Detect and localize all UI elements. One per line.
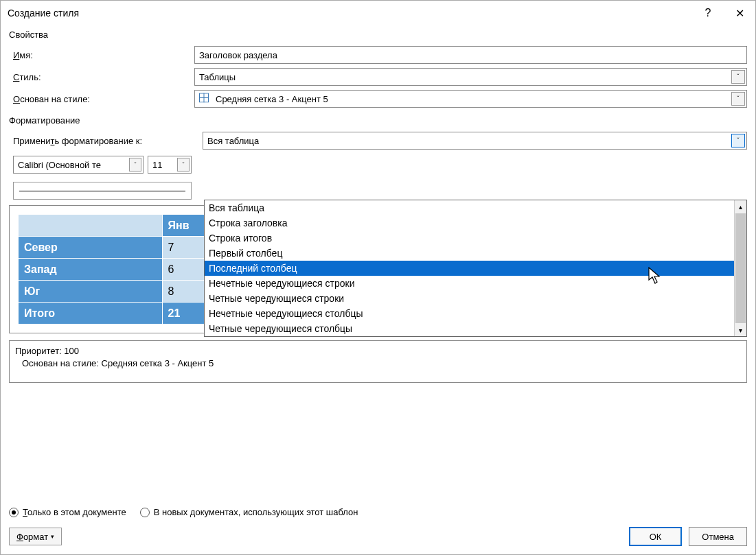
name-label: Имя: — [9, 50, 194, 60]
style-label: Стиль: — [9, 72, 194, 82]
chevron-down-icon: ˇ — [731, 134, 745, 147]
style-combo-value: Таблицы — [199, 72, 731, 82]
chevron-down-icon: ˇ — [731, 70, 745, 84]
radio-only-document[interactable]: Только в этом документе — [9, 507, 126, 517]
based-on-combo-value: Средняя сетка 3 - Акцент 5 — [216, 94, 731, 104]
format-toolbar: Calibri (Основной те ˇ 11 ˇ — [9, 156, 747, 174]
name-input[interactable] — [194, 46, 747, 64]
table-rowhead: Запад — [19, 259, 163, 281]
chevron-down-icon: ˇ — [731, 92, 745, 106]
cancel-button[interactable]: Отмена — [689, 527, 747, 546]
description-basedon: Основан на стиле: Средняя сетка 3 - Акце… — [15, 357, 741, 370]
name-row: Имя: — [9, 46, 747, 64]
apply-to-combo-value: Вся таблица — [207, 136, 731, 146]
properties-group-label: Свойства — [9, 29, 747, 40]
style-combo[interactable]: Таблицы ˇ — [194, 68, 747, 86]
chevron-down-icon: ˇ — [177, 158, 190, 172]
border-style-combo[interactable] — [13, 182, 192, 200]
based-on-label: Основан на стиле: — [9, 94, 194, 104]
font-size-value: 11 — [152, 160, 177, 170]
dropdown-item[interactable]: Нечетные чередующиеся строки — [205, 276, 734, 291]
scroll-up-icon[interactable]: ▴ — [735, 200, 746, 213]
font-combo-value: Calibri (Основной те — [18, 160, 129, 170]
radio-new-documents[interactable]: В новых документах, использующих этот ша… — [140, 507, 358, 517]
formatting-group-label: Форматирование — [9, 115, 747, 126]
line-preview — [19, 191, 185, 191]
dropdown-item[interactable]: Нечетные чередующиеся столбцы — [205, 306, 734, 321]
button-bar: Формат ▾ ОК Отмена — [9, 527, 747, 546]
dropdown-item[interactable]: Строка итогов — [205, 231, 734, 246]
apply-to-row: Применить форматирование к: Вся таблица … — [9, 132, 747, 150]
scroll-down-icon[interactable]: ▾ — [735, 324, 746, 336]
scroll-thumb[interactable] — [735, 213, 746, 323]
create-style-dialog: Создание стиля ? ✕ Свойства Имя: Стиль: … — [0, 0, 756, 555]
apply-to-dropdown-list: Вся таблицаСтрока заголовкаСтрока итогов… — [204, 200, 747, 337]
dropdown-item[interactable]: Вся таблица — [205, 200, 734, 215]
caret-down-icon: ▾ — [51, 533, 54, 540]
scrollbar[interactable]: ▴ ▾ — [734, 200, 746, 336]
format-menu-button[interactable]: Формат ▾ — [9, 528, 62, 545]
dialog-body: Свойства Имя: Стиль: Таблицы ˇ Основан н… — [1, 25, 755, 554]
font-combo[interactable]: Calibri (Основной те ˇ — [13, 156, 144, 174]
window-title: Создание стиля — [8, 8, 692, 19]
table-icon — [199, 93, 209, 105]
ok-button[interactable]: ОК — [629, 527, 683, 546]
based-on-row: Основан на стиле: Средняя сетка 3 - Акце… — [9, 90, 747, 108]
apply-to-label: Применить форматирование к: — [9, 136, 203, 146]
table-cell — [19, 215, 163, 237]
description-box: Приоритет: 100 Основан на стиле: Средняя… — [9, 340, 747, 383]
description-priority: Приоритет: 100 — [15, 345, 741, 357]
table-rowhead: Итого — [19, 303, 163, 324]
radio-icon — [9, 508, 19, 517]
chevron-down-icon: ˇ — [129, 158, 141, 172]
close-button[interactable]: ✕ — [724, 1, 755, 25]
radio-icon — [140, 508, 150, 517]
dropdown-list: Вся таблицаСтрока заголовкаСтрока итогов… — [205, 200, 734, 336]
font-size-combo[interactable]: 11 ˇ — [148, 156, 192, 174]
dropdown-item[interactable]: Последний столбец — [205, 261, 734, 276]
dropdown-item[interactable]: Четные чередующиеся строки — [205, 291, 734, 306]
help-button[interactable]: ? — [692, 1, 724, 25]
table-rowhead: Юг — [19, 281, 163, 303]
style-row: Стиль: Таблицы ˇ — [9, 68, 747, 86]
dropdown-item[interactable]: Первый столбец — [205, 246, 734, 261]
dropdown-item[interactable]: Строка заголовка — [205, 215, 734, 231]
apply-to-combo[interactable]: Вся таблица ˇ — [203, 132, 747, 150]
scope-radio-group: Только в этом документе В новых документ… — [9, 499, 747, 517]
table-rowhead: Север — [19, 237, 163, 259]
dropdown-item[interactable]: Четные чередующиеся столбцы — [205, 321, 734, 336]
based-on-combo[interactable]: Средняя сетка 3 - Акцент 5 ˇ — [194, 90, 747, 108]
titlebar: Создание стиля ? ✕ — [1, 1, 755, 25]
